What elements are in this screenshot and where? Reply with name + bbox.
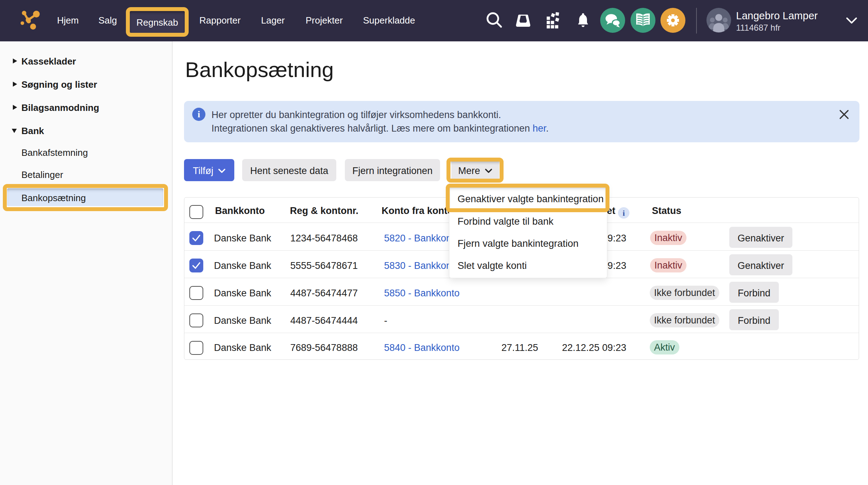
svg-text:i: i: [623, 209, 625, 218]
svg-text:i: i: [198, 109, 200, 119]
